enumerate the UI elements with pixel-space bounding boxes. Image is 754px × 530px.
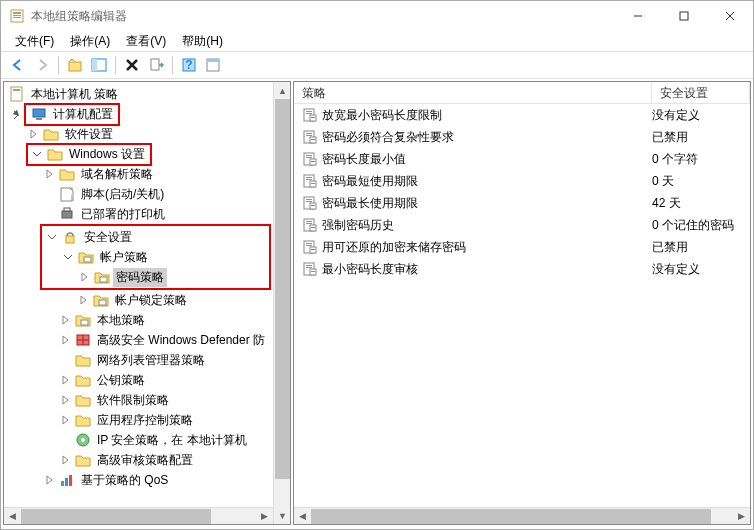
scroll-up-icon[interactable]: ▲ [274,82,291,99]
scroll-down-icon[interactable]: ▼ [274,507,291,524]
policy-item-icon [302,173,318,189]
policy-list[interactable]: 放宽最小密码长度限制没有定义密码必须符合复杂性要求已禁用密码长度最小值0 个字符… [294,104,750,507]
policy-item-icon [302,239,318,255]
up-button[interactable] [64,54,86,76]
tree-dns-policy[interactable]: 域名解析策略 [6,164,271,184]
delete-button[interactable] [121,54,143,76]
menu-view[interactable]: 查看(V) [118,31,174,52]
maximize-button[interactable] [661,1,707,31]
expander-icon[interactable] [58,313,72,327]
tree-scrollbar-horizontal[interactable]: ◀ ▶ [4,507,273,524]
forward-button[interactable] [31,54,53,76]
policy-row[interactable]: 密码最短使用期限0 天 [294,170,750,192]
policy-row[interactable]: 放宽最小密码长度限制没有定义 [294,104,750,126]
svg-rect-55 [306,179,312,180]
tree-policy-qos[interactable]: 基于策略的 QoS [6,470,271,490]
tree-network-list[interactable]: 网络列表管理器策略 [6,350,271,370]
policy-row[interactable]: 最小密码长度审核没有定义 [294,258,750,280]
expander-icon[interactable] [26,127,40,141]
svg-rect-52 [311,161,315,162]
menu-action[interactable]: 操作(A) [62,31,118,52]
toolbar-separator [172,56,173,74]
menu-help[interactable]: 帮助(H) [174,31,231,52]
printer-icon [59,206,75,222]
svg-rect-35 [61,481,64,486]
expander-icon[interactable] [58,373,72,387]
ipsec-icon [75,432,91,448]
tree-public-key[interactable]: 公钥策略 [6,370,271,390]
expander-icon[interactable] [58,453,72,467]
tree-label: 本地计算机 策略 [28,85,121,104]
svg-rect-75 [306,267,312,268]
column-policy[interactable]: 策略 [294,82,652,103]
tree-password-policy[interactable]: 密码策略 [43,267,268,287]
tree-computer-config[interactable]: 计算机配置 [6,104,271,124]
policy-tree[interactable]: 本地计算机 策略 计算机配置 [4,82,273,507]
expander-icon[interactable] [42,167,56,181]
scroll-right-icon[interactable]: ▶ [256,508,273,525]
tree-software-settings[interactable]: 软件设置 [6,124,271,144]
tree-defender[interactable]: 高级安全 Windows Defender 防 [6,330,271,350]
toolbar: ? [1,51,753,79]
svg-rect-62 [311,205,315,206]
tree-windows-settings[interactable]: Windows 设置 [6,144,271,164]
back-button[interactable] [7,54,29,76]
tree-software-restriction[interactable]: 软件限制策略 [6,390,271,410]
svg-rect-59 [306,199,312,200]
svg-rect-47 [311,139,315,140]
expander-icon[interactable] [77,270,91,284]
scroll-left-icon[interactable]: ◀ [294,508,311,525]
tree-account-policies[interactable]: 帐户策略 [43,247,268,267]
policy-name: 密码必须符合复杂性要求 [322,129,652,146]
help-button[interactable]: ? [178,54,200,76]
tree-label: 脚本(启动/关机) [78,185,167,204]
expander-icon[interactable] [42,473,56,487]
expander-icon[interactable] [76,293,90,307]
tree-scrollbar-vertical[interactable]: ▲ ▼ [273,82,290,524]
policy-row[interactable]: 密码长度最小值0 个字符 [294,148,750,170]
tree-ip-security[interactable]: IP 安全策略，在 本地计算机 [6,430,271,450]
expander-icon[interactable] [58,333,72,347]
expander-icon[interactable] [30,147,44,161]
tree-label: 软件设置 [62,125,116,144]
tree-advanced-audit[interactable]: 高级审核策略配置 [6,450,271,470]
policy-row[interactable]: 密码最长使用期限42 天 [294,192,750,214]
list-scrollbar-horizontal[interactable]: ◀ ▶ [294,507,750,524]
qos-icon [59,472,75,488]
expander-icon[interactable] [58,413,72,427]
tree-deployed-printers[interactable]: 已部署的打印机 [6,204,271,224]
properties-button[interactable] [202,54,224,76]
expander-icon[interactable] [10,107,24,121]
policy-item-icon [302,151,318,167]
tree-app-control[interactable]: 应用程序控制策略 [6,410,271,430]
menu-file[interactable]: 文件(F) [7,31,62,52]
minimize-button[interactable] [615,1,661,31]
policy-row[interactable]: 强制密码历史0 个记住的密码 [294,214,750,236]
policy-row[interactable]: 用可还原的加密来储存密码已禁用 [294,236,750,258]
svg-rect-44 [306,133,312,134]
policy-row[interactable]: 密码必须符合复杂性要求已禁用 [294,126,750,148]
policy-name: 密码长度最小值 [322,151,652,168]
svg-rect-70 [306,245,312,246]
svg-rect-26 [84,257,91,262]
scroll-left-icon[interactable]: ◀ [4,508,21,525]
export-button[interactable] [145,54,167,76]
folder-icon [75,452,91,468]
tree-root[interactable]: 本地计算机 策略 [6,84,271,104]
scroll-right-icon[interactable]: ▶ [733,508,750,525]
policy-folder-icon [93,292,109,308]
expander-icon[interactable] [45,230,59,244]
expander-icon[interactable] [61,250,75,264]
close-button[interactable] [707,1,753,31]
show-hide-tree-button[interactable] [88,54,110,76]
tree-local-policies[interactable]: 本地策略 [6,310,271,330]
column-setting[interactable]: 安全设置 [652,82,750,103]
svg-rect-45 [306,135,312,136]
policy-name: 最小密码长度审核 [322,261,652,278]
expander-icon[interactable] [58,393,72,407]
tree-scripts[interactable]: 脚本(启动/关机) [6,184,271,204]
tree-account-lockout[interactable]: 帐户锁定策略 [6,290,271,310]
svg-rect-1 [13,12,21,14]
tree-security-settings[interactable]: 安全设置 [43,227,268,247]
policy-setting: 0 天 [652,173,750,190]
